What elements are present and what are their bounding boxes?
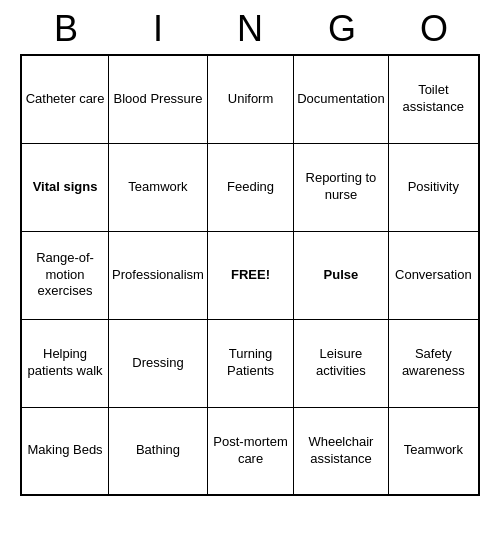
bingo-cell: Leisure activities [294, 319, 388, 407]
bingo-cell: Post-mortem care [207, 407, 293, 495]
table-row: Helping patients walkDressingTurning Pat… [21, 319, 479, 407]
bingo-cell: Uniform [207, 55, 293, 143]
letter-i: I [118, 8, 198, 50]
bingo-cell: Wheelchair assistance [294, 407, 388, 495]
bingo-cell: Reporting to nurse [294, 143, 388, 231]
bingo-cell: Turning Patients [207, 319, 293, 407]
table-row: Making BedsBathingPost-mortem careWheelc… [21, 407, 479, 495]
bingo-cell: Feeding [207, 143, 293, 231]
bingo-table: Catheter careBlood PressureUniformDocume… [20, 54, 480, 496]
bingo-cell: Professionalism [109, 231, 208, 319]
bingo-cell: Pulse [294, 231, 388, 319]
bingo-cell: Conversation [388, 231, 479, 319]
bingo-cell: Dressing [109, 319, 208, 407]
bingo-cell: Positivity [388, 143, 479, 231]
bingo-cell: FREE! [207, 231, 293, 319]
bingo-cell: Bathing [109, 407, 208, 495]
bingo-cell: Safety awareness [388, 319, 479, 407]
bingo-cell: Range-of-motion exercises [21, 231, 109, 319]
bingo-cell: Making Beds [21, 407, 109, 495]
table-row: Vital signsTeamworkFeedingReporting to n… [21, 143, 479, 231]
letter-b: B [26, 8, 106, 50]
table-row: Range-of-motion exercisesProfessionalism… [21, 231, 479, 319]
bingo-cell: Toilet assistance [388, 55, 479, 143]
bingo-cell: Vital signs [21, 143, 109, 231]
table-row: Catheter careBlood PressureUniformDocume… [21, 55, 479, 143]
bingo-cell: Helping patients walk [21, 319, 109, 407]
bingo-cell: Teamwork [109, 143, 208, 231]
letter-g: G [302, 8, 382, 50]
bingo-cell: Blood Pressure [109, 55, 208, 143]
bingo-cell: Catheter care [21, 55, 109, 143]
bingo-cell: Teamwork [388, 407, 479, 495]
bingo-cell: Documentation [294, 55, 388, 143]
bingo-header: B I N G O [20, 0, 480, 54]
letter-o: O [394, 8, 474, 50]
letter-n: N [210, 8, 290, 50]
